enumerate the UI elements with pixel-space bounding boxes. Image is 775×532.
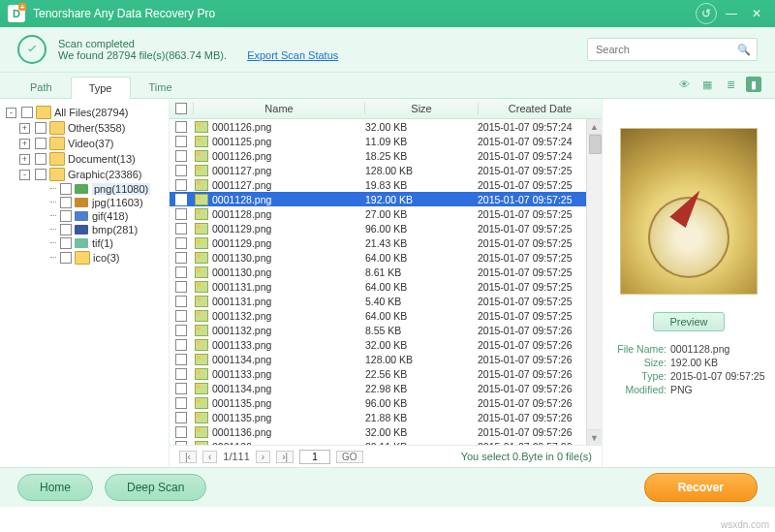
table-row[interactable]: 0001134.png22.98 KB2015-01-07 09:57:26 [170, 381, 602, 395]
page-go-button[interactable]: GO [336, 451, 363, 463]
scroll-thumb[interactable] [589, 135, 602, 154]
row-checkbox[interactable] [175, 354, 187, 365]
tree-checkbox[interactable] [35, 122, 46, 134]
tree-expand-toggle[interactable]: - [6, 108, 16, 118]
row-checkbox[interactable] [175, 397, 187, 409]
tab-path[interactable]: Path [12, 76, 71, 98]
tree-item[interactable]: gif(418) [92, 210, 128, 222]
view-detail-icon[interactable]: ▮ [746, 77, 761, 92]
table-row[interactable]: 0001127.png128.00 KB2015-01-07 09:57:25 [170, 163, 602, 177]
table-row[interactable]: 0001125.png11.09 KB2015-01-07 09:57:24 [170, 134, 602, 148]
view-grid-icon[interactable]: ▦ [699, 77, 715, 92]
table-row[interactable]: 0001133.png22.56 KB2015-01-07 09:57:26 [170, 366, 602, 381]
row-checkbox[interactable] [175, 208, 187, 220]
tree-checkbox[interactable] [35, 153, 46, 165]
row-checkbox[interactable] [175, 237, 187, 249]
scroll-down-icon[interactable]: ▼ [587, 429, 602, 445]
table-row[interactable]: 0001133.png32.00 KB2015-01-07 09:57:26 [170, 337, 602, 352]
tree-item[interactable]: Document(13) [68, 153, 136, 165]
tree-item[interactable]: ico(3) [93, 252, 120, 264]
table-row[interactable]: 0001128.png27.00 KB2015-01-07 09:57:25 [170, 206, 602, 221]
table-row[interactable]: 0001131.png64.00 KB2015-01-07 09:57:25 [170, 279, 602, 294]
table-row[interactable]: 0001134.png128.00 KB2015-01-07 09:57:26 [170, 352, 602, 366]
row-checkbox[interactable] [175, 136, 187, 147]
table-row[interactable]: 0001130.png8.61 KB2015-01-07 09:57:25 [170, 265, 602, 279]
tree-checkbox[interactable] [60, 252, 72, 264]
file-list-scrollbar[interactable]: ▲ ▼ [586, 119, 602, 445]
row-checkbox[interactable] [175, 252, 187, 264]
tree-checkbox[interactable] [60, 210, 72, 222]
tree-item[interactable]: Video(37) [68, 138, 114, 149]
row-checkbox[interactable] [175, 325, 187, 336]
table-row[interactable]: 0001126.png18.25 KB2015-01-07 09:57:24 [170, 148, 602, 163]
deep-scan-button[interactable]: Deep Scan [105, 474, 206, 501]
tree-expand-toggle[interactable]: - [19, 170, 30, 180]
table-row[interactable]: 0001135.png96.00 KB2015-01-07 09:57:26 [170, 395, 602, 410]
tree-expand-toggle[interactable]: + [19, 123, 30, 134]
tree-item[interactable]: Other(5358) [68, 122, 125, 134]
home-button[interactable]: Home [17, 474, 93, 501]
tab-type[interactable]: Type [71, 77, 131, 99]
recover-button[interactable]: Recover [644, 473, 758, 502]
tree-checkbox[interactable] [60, 197, 72, 208]
row-checkbox[interactable] [175, 194, 187, 205]
tree-expand-toggle[interactable]: + [19, 139, 30, 149]
tree-item[interactable]: tif(1) [92, 237, 113, 249]
table-row[interactable]: 0001127.png19.83 KB2015-01-07 09:57:25 [170, 177, 602, 192]
row-checkbox[interactable] [175, 412, 187, 423]
row-checkbox[interactable] [175, 383, 187, 394]
page-prev-button[interactable]: ‹ [202, 451, 217, 463]
row-checkbox[interactable] [175, 179, 187, 191]
view-eye-icon[interactable]: 👁 [676, 77, 692, 92]
search-box[interactable]: 🔍 [587, 38, 758, 61]
tree-expand-toggle[interactable]: + [19, 154, 30, 165]
scroll-up-icon[interactable]: ▲ [587, 119, 602, 135]
table-row[interactable]: 0001129.png21.43 KB2015-01-07 09:57:25 [170, 235, 602, 250]
table-row[interactable]: 0001132.png64.00 KB2015-01-07 09:57:25 [170, 308, 602, 323]
table-row[interactable]: 0001130.png64.00 KB2015-01-07 09:57:25 [170, 250, 602, 265]
row-checkbox[interactable] [175, 121, 187, 133]
tab-time[interactable]: Time [131, 76, 191, 98]
row-checkbox[interactable] [175, 150, 187, 162]
history-icon[interactable]: ↺ [696, 3, 717, 24]
close-button[interactable]: ✕ [746, 5, 767, 22]
view-list-icon[interactable]: ≣ [723, 77, 738, 92]
row-checkbox[interactable] [175, 296, 187, 307]
col-date[interactable]: Created Date [478, 103, 602, 114]
table-row[interactable]: 0001129.png96.00 KB2015-01-07 09:57:25 [170, 221, 602, 235]
search-input[interactable] [594, 43, 733, 56]
row-checkbox[interactable] [175, 339, 187, 351]
table-row[interactable]: 0001136.png20.11 KB2015-01-07 09:57:26 [170, 439, 602, 445]
search-icon[interactable]: 🔍 [737, 44, 751, 56]
page-input[interactable] [299, 450, 330, 464]
tree-checkbox[interactable] [60, 237, 72, 249]
tree-item[interactable]: All Files(28794) [54, 107, 128, 118]
col-size[interactable]: Size [364, 103, 478, 114]
preview-button[interactable]: Preview [653, 312, 724, 331]
page-next-button[interactable]: › [256, 451, 270, 463]
tree-checkbox[interactable] [35, 169, 46, 180]
row-checkbox[interactable] [175, 281, 187, 293]
row-checkbox[interactable] [175, 165, 187, 176]
table-row[interactable]: 0001131.png5.40 KB2015-01-07 09:57:25 [170, 294, 602, 308]
select-all-checkbox[interactable] [175, 103, 187, 114]
page-last-button[interactable]: ›| [276, 451, 294, 463]
table-row[interactable]: 0001132.png8.55 KB2015-01-07 09:57:26 [170, 323, 602, 337]
table-row[interactable]: 0001135.png21.88 KB2015-01-07 09:57:26 [170, 410, 602, 424]
tree-item[interactable]: Graphic(23386) [68, 169, 141, 180]
row-checkbox[interactable] [175, 310, 187, 322]
table-row[interactable]: 0001136.png32.00 KB2015-01-07 09:57:26 [170, 424, 602, 439]
tree-checkbox[interactable] [60, 183, 72, 195]
page-first-button[interactable]: |‹ [179, 451, 197, 463]
row-checkbox[interactable] [175, 266, 187, 278]
tree-item[interactable]: bmp(281) [92, 224, 138, 235]
tree-checkbox[interactable] [60, 224, 72, 235]
tree-item[interactable]: png(11080) [92, 183, 150, 195]
col-name[interactable]: Name [193, 103, 364, 114]
row-checkbox[interactable] [175, 426, 187, 438]
row-checkbox[interactable] [175, 441, 187, 446]
table-row[interactable]: 0001128.png192.00 KB2015-01-07 09:57:25 [170, 192, 602, 206]
row-checkbox[interactable] [175, 223, 187, 235]
export-scan-link[interactable]: Export Scan Status [247, 49, 338, 61]
tree-checkbox[interactable] [35, 138, 46, 149]
